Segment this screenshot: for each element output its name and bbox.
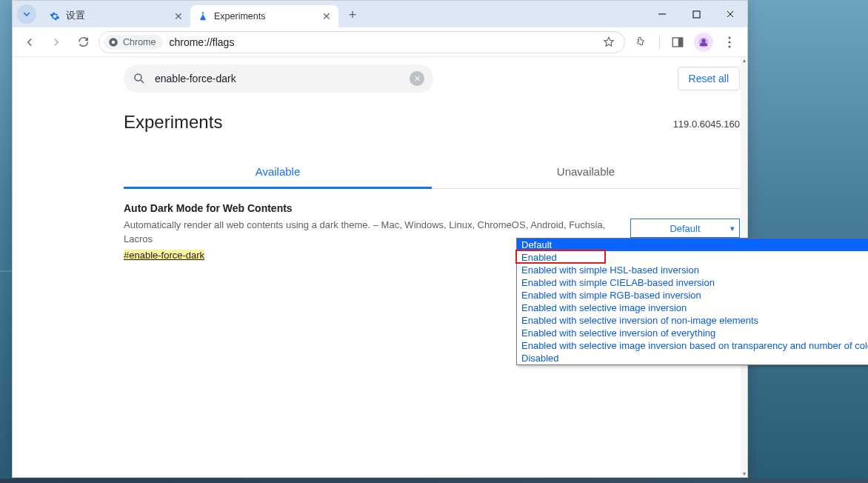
flag-select-listbox[interactable]: DefaultEnabledEnabled with simple HSL-ba…: [516, 238, 868, 365]
flask-icon: [198, 11, 208, 21]
select-current-value: Default: [670, 223, 700, 234]
toolbar: Chrome chrome://flags: [13, 27, 747, 57]
profile-avatar[interactable]: [694, 33, 713, 52]
tabs-dropdown-button[interactable]: [17, 4, 36, 24]
select-option[interactable]: Enabled with selective image inversion b…: [517, 339, 868, 352]
chrome-logo-icon: [108, 37, 118, 47]
version-label: 119.0.6045.160: [673, 119, 740, 130]
close-icon[interactable]: ✕: [174, 10, 183, 22]
close-window-button[interactable]: [713, 1, 747, 27]
extensions-button[interactable]: [630, 30, 653, 54]
arrow-right-icon: [50, 36, 63, 49]
minimize-button[interactable]: [645, 1, 679, 27]
maximize-button[interactable]: [679, 1, 713, 27]
kebab-icon: [728, 36, 731, 48]
close-icon: ✕: [414, 74, 421, 84]
svg-point-7: [728, 36, 730, 39]
select-option[interactable]: Enabled with simple CIELAB-based inversi…: [517, 276, 868, 289]
taskbar-sliver: [0, 479, 868, 483]
bookmark-button[interactable]: [601, 34, 617, 50]
reload-button[interactable]: [72, 31, 94, 53]
search-box[interactable]: ✕: [124, 64, 433, 93]
forward-button[interactable]: [45, 31, 67, 53]
puzzle-icon: [635, 36, 648, 49]
clear-search-button[interactable]: ✕: [410, 71, 424, 86]
page-title: Experiments: [124, 112, 222, 133]
tab-title: Experiments: [214, 11, 265, 21]
select-option[interactable]: Disabled: [517, 352, 868, 364]
tab-unavailable[interactable]: Unavailable: [432, 156, 740, 188]
tab-settings[interactable]: 设置 ✕: [42, 5, 190, 27]
search-icon: [133, 72, 146, 85]
site-identity-badge[interactable]: Chrome: [104, 35, 163, 50]
profile-icon: [698, 36, 710, 48]
toolbar-divider: [659, 35, 660, 50]
svg-point-2: [112, 40, 116, 44]
select-option[interactable]: Enabled with selective inversion of ever…: [517, 327, 868, 339]
side-panel-button[interactable]: [666, 30, 690, 54]
select-option[interactable]: Enabled with selective inversion of non-…: [517, 314, 868, 327]
close-icon: [726, 10, 735, 19]
url-text: chrome://flags: [169, 36, 595, 48]
panel-icon: [671, 36, 684, 49]
scroll-down-icon: ▾: [741, 470, 747, 477]
flags-tabs: Available Unavailable: [124, 156, 740, 189]
back-button[interactable]: [19, 31, 41, 53]
select-option[interactable]: Enabled with simple RGB-based inversion: [517, 289, 868, 302]
search-input[interactable]: [153, 72, 402, 85]
select-option[interactable]: Enabled with selective image inversion: [517, 302, 868, 314]
select-option[interactable]: Enabled with simple HSL-based inversion: [517, 264, 868, 276]
chevron-down-icon: ▾: [730, 224, 735, 233]
flag-value-select[interactable]: Default ▾: [630, 219, 740, 238]
tab-title: 设置: [66, 10, 85, 22]
site-identity-label: Chrome: [123, 37, 156, 47]
tab-available[interactable]: Available: [124, 156, 432, 189]
new-tab-button[interactable]: +: [343, 5, 362, 24]
browser-window: 设置 ✕ Experiments ✕ +: [12, 0, 748, 478]
chevron-down-icon: [22, 10, 31, 19]
reload-icon: [77, 36, 90, 48]
tab-experiments[interactable]: Experiments ✕: [190, 5, 338, 27]
select-option[interactable]: Enabled: [517, 251, 868, 264]
select-option[interactable]: Default: [517, 239, 868, 251]
flag-permalink[interactable]: #enable-force-dark: [124, 250, 204, 261]
svg-rect-4: [678, 38, 683, 47]
flag-title: Auto Dark Mode for Web Contents: [124, 202, 612, 214]
window-controls: [645, 1, 747, 27]
tab-strip: 设置 ✕ Experiments ✕ +: [13, 1, 747, 27]
star-icon: [602, 36, 615, 49]
gear-icon: [50, 11, 60, 21]
svg-point-6: [701, 39, 705, 42]
svg-point-8: [728, 41, 730, 43]
scroll-up-icon: ▴: [741, 57, 747, 64]
svg-rect-0: [693, 11, 700, 18]
minimize-icon: [658, 10, 667, 19]
address-bar[interactable]: Chrome chrome://flags: [99, 31, 625, 53]
arrow-left-icon: [23, 36, 36, 49]
svg-point-10: [135, 74, 141, 81]
close-icon[interactable]: ✕: [322, 10, 331, 22]
menu-button[interactable]: [718, 30, 741, 54]
svg-point-9: [728, 45, 730, 47]
reset-all-button[interactable]: Reset all: [678, 67, 740, 90]
maximize-icon: [692, 10, 701, 19]
